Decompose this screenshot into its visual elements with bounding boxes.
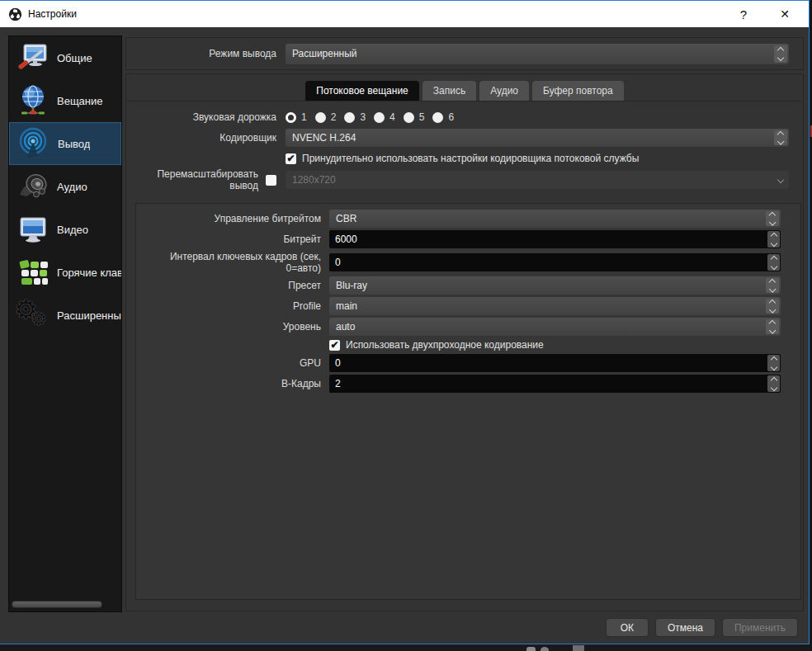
preset-row: Пресет Blu-ray bbox=[136, 276, 800, 295]
sidebar-item-video[interactable]: Видео bbox=[9, 208, 121, 251]
tab-audio[interactable]: Аудио bbox=[479, 81, 529, 101]
general-icon bbox=[16, 40, 50, 76]
gpu-input[interactable]: 0 bbox=[329, 354, 781, 372]
tab-streaming[interactable]: Потоковое вещание bbox=[305, 81, 419, 101]
sidebar-item-stream[interactable]: Вещание bbox=[9, 79, 121, 122]
radio-track-1[interactable] bbox=[286, 112, 296, 123]
background-icon-fragment bbox=[526, 647, 536, 651]
audio-track-label: Звуковая дорожка bbox=[126, 111, 276, 123]
sidebar-item-hotkeys[interactable]: Горячие клавиши bbox=[9, 251, 121, 294]
chevron-up-icon bbox=[769, 300, 776, 306]
rescale-checkbox[interactable] bbox=[266, 175, 276, 186]
chevron-up-icon bbox=[769, 279, 776, 285]
radio-track-3[interactable] bbox=[344, 112, 355, 123]
spin-buttons[interactable] bbox=[767, 254, 780, 271]
bitrate-input[interactable]: 6000 bbox=[329, 230, 781, 248]
enforce-service-row: ✔ Принудительно использовать настройки к… bbox=[126, 153, 803, 164]
chevron-up-icon bbox=[769, 212, 776, 219]
encoder-settings-group: Управление битрейтом CBR Битрейт 6000 bbox=[135, 203, 801, 600]
encoder-label: Кодировщик bbox=[126, 132, 276, 144]
spin-buttons[interactable] bbox=[767, 355, 780, 371]
dialog-footer: ОК Отмена Применить bbox=[606, 618, 798, 637]
two-pass-label: Использовать двухпроходное кодирование bbox=[346, 339, 544, 351]
spin-buttons[interactable] bbox=[767, 375, 780, 392]
sidebar-item-label: Вещание bbox=[57, 95, 103, 107]
encoder-select[interactable]: NVENC H.264 bbox=[286, 129, 789, 147]
streaming-tab-pane: Звуковая дорожка 1 2 3 4 5 6 Кодировщик … bbox=[126, 111, 803, 600]
chevron-down-icon bbox=[770, 262, 777, 269]
tab-bar: Потоковое вещание Запись Аудио Буфер пов… bbox=[126, 74, 803, 101]
rescale-resolution-select[interactable]: 1280x720 bbox=[286, 171, 789, 189]
chevron-up-icon bbox=[777, 131, 784, 138]
enforce-service-checkbox[interactable]: ✔ bbox=[286, 153, 296, 164]
sidebar-item-output[interactable]: Вывод bbox=[9, 122, 121, 165]
keyframe-interval-input[interactable]: 0 bbox=[329, 253, 781, 271]
ok-button[interactable]: ОК bbox=[606, 618, 649, 637]
chevron-down-icon bbox=[770, 363, 777, 370]
combo-spinner[interactable] bbox=[766, 299, 779, 314]
chevron-down-icon bbox=[770, 239, 777, 246]
sidebar-item-label: Вывод bbox=[58, 138, 90, 150]
combo-spinner[interactable] bbox=[774, 130, 787, 145]
help-button[interactable]: ? bbox=[726, 1, 761, 27]
rescale-row: Перемасштабировать вывод 1280x720 bbox=[126, 168, 803, 191]
rescale-label: Перемасштабировать вывод bbox=[126, 168, 258, 191]
preset-select[interactable]: Blu-ray bbox=[329, 276, 781, 295]
sidebar-item-advanced[interactable]: ⚙ ⚙ Расширенные bbox=[9, 294, 121, 337]
radio-track-6[interactable] bbox=[432, 112, 443, 123]
combo-spinner[interactable] bbox=[766, 211, 779, 226]
tab-recording[interactable]: Запись bbox=[423, 81, 476, 101]
two-pass-checkbox[interactable]: ✔ bbox=[329, 340, 340, 351]
sidebar-item-audio[interactable]: Аудио bbox=[9, 165, 121, 208]
combo-spinner[interactable] bbox=[766, 278, 779, 293]
audio-icon bbox=[16, 168, 50, 205]
cancel-button[interactable]: Отмена bbox=[655, 618, 715, 637]
obs-logo-icon bbox=[8, 7, 22, 21]
level-select[interactable]: auto bbox=[329, 318, 781, 336]
sidebar-item-general[interactable]: Общие bbox=[9, 36, 121, 79]
spin-buttons[interactable] bbox=[767, 231, 780, 248]
radio-track-5[interactable] bbox=[404, 112, 414, 123]
profile-select[interactable]: main bbox=[329, 297, 781, 315]
chevron-down-icon bbox=[777, 54, 784, 60]
hotkeys-icon bbox=[16, 254, 50, 290]
radio-track-4[interactable] bbox=[374, 112, 385, 123]
chevron-up-icon bbox=[777, 46, 784, 53]
encoder-row: Кодировщик NVENC H.264 bbox=[126, 129, 803, 147]
chevron-down-icon bbox=[777, 177, 784, 183]
b-frames-input[interactable]: 2 bbox=[329, 375, 781, 393]
chevron-down-icon bbox=[769, 285, 776, 292]
audio-track-row: Звуковая дорожка 1 2 3 4 5 6 bbox=[126, 111, 803, 123]
chevron-up-icon bbox=[769, 320, 776, 327]
chevron-up-icon bbox=[770, 255, 777, 262]
bitrate-row: Битрейт 6000 bbox=[136, 230, 800, 248]
tab-replay-buffer[interactable]: Буфер повтора bbox=[532, 81, 624, 101]
video-icon bbox=[16, 211, 50, 248]
output-mode-label: Режим вывода bbox=[126, 48, 276, 59]
stream-icon bbox=[16, 83, 50, 119]
settings-category-list: Общие bbox=[8, 35, 122, 612]
combo-spinner[interactable] bbox=[766, 319, 779, 334]
chevron-down-icon bbox=[769, 327, 776, 333]
gpu-row: GPU 0 bbox=[136, 354, 800, 372]
close-button[interactable]: ✕ bbox=[767, 1, 802, 27]
output-mode-group: Режим вывода Расширенный bbox=[125, 37, 804, 70]
sidebar-horizontal-scrollbar[interactable] bbox=[12, 601, 102, 608]
chevron-down-icon bbox=[777, 138, 784, 144]
settings-window: Настройки ? ✕ Общие bbox=[0, 0, 810, 644]
radio-track-2[interactable] bbox=[315, 112, 326, 123]
output-icon bbox=[17, 125, 51, 162]
profile-row: Profile main bbox=[136, 297, 800, 315]
output-mode-select[interactable]: Расширенный bbox=[286, 44, 789, 64]
chevron-up-icon bbox=[770, 232, 777, 238]
enforce-service-label: Принудительно использовать настройки код… bbox=[302, 153, 639, 164]
sidebar-item-label: Горячие клавиши bbox=[57, 267, 121, 279]
apply-button[interactable]: Применить bbox=[722, 618, 798, 637]
chevron-up-icon bbox=[770, 356, 777, 362]
combo-spinner[interactable] bbox=[774, 45, 787, 63]
rate-control-row: Управление битрейтом CBR bbox=[136, 210, 800, 228]
rate-control-select[interactable]: CBR bbox=[329, 210, 781, 228]
sidebar-item-label: Общие bbox=[57, 52, 92, 64]
chevron-down-icon bbox=[769, 219, 776, 225]
chevron-down-icon bbox=[769, 306, 776, 313]
